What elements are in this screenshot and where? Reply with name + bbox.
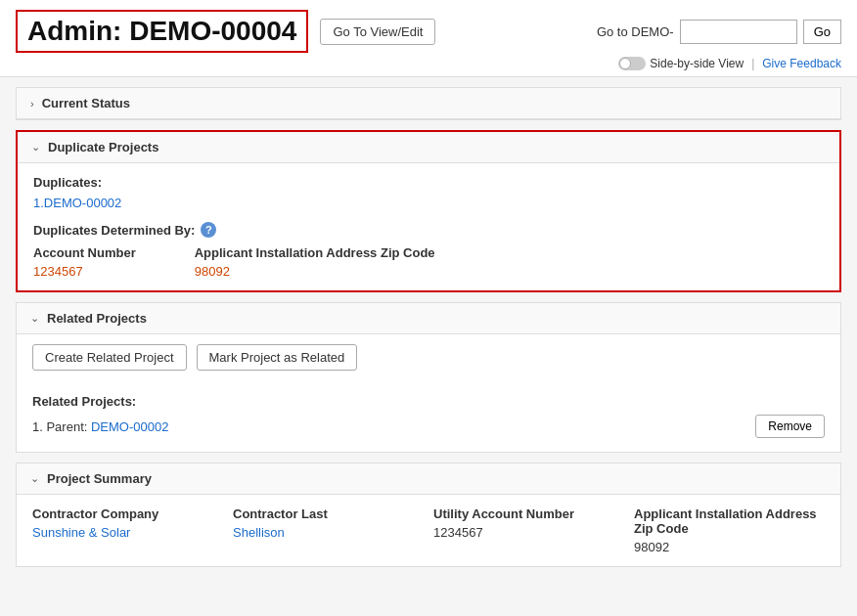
related-1-text: 1. Parent: DEMO-00002 bbox=[32, 419, 168, 434]
chevron-down-icon: ⌄ bbox=[31, 141, 40, 154]
project-summary-header[interactable]: ⌄ Project Summary bbox=[17, 463, 840, 495]
project-summary-body: Contractor Company Sunshine & Solar Cont… bbox=[17, 495, 840, 566]
contractor-last-value[interactable]: Shellison bbox=[233, 525, 424, 540]
project-summary-section: ⌄ Project Summary Contractor Company Sun… bbox=[16, 462, 841, 567]
determined-cols: Account Number 1234567 Applicant Install… bbox=[33, 245, 824, 279]
header-sub: Side-by-side View | Give Feedback bbox=[16, 57, 841, 70]
help-icon[interactable]: ? bbox=[201, 222, 216, 238]
account-number-value: 1234567 bbox=[33, 264, 136, 279]
side-by-side-label: Side-by-side View bbox=[650, 57, 744, 70]
go-to-demo-input[interactable] bbox=[680, 20, 797, 44]
go-to-demo-label: Go to DEMO- bbox=[597, 24, 674, 39]
toggle-thumb bbox=[619, 58, 631, 69]
header-top: Admin: DEMO-00004 Go To View/Edit Go to … bbox=[16, 10, 841, 53]
main-content: › Current Status ⌄ Duplicate Projects Du… bbox=[0, 77, 857, 587]
related-projects-list-label: Related Projects: bbox=[32, 394, 825, 409]
related-projects-label: Related Projects bbox=[47, 311, 147, 326]
related-projects-section: ⌄ Related Projects Create Related Projec… bbox=[16, 302, 841, 453]
create-related-project-button[interactable]: Create Related Project bbox=[32, 344, 187, 371]
summary-col-zip: Applicant Installation Address Zip Code … bbox=[634, 506, 825, 554]
summary-col-utility-account: Utility Account Number 1234567 bbox=[433, 506, 624, 554]
duplicate-projects-section: ⌄ Duplicate Projects Duplicates: 1.DEMO-… bbox=[16, 130, 841, 292]
related-1-link[interactable]: DEMO-00002 bbox=[91, 419, 168, 434]
current-status-section: › Current Status bbox=[16, 87, 841, 120]
utility-account-value: 1234567 bbox=[433, 525, 624, 540]
give-feedback-link[interactable]: Give Feedback bbox=[762, 57, 841, 70]
go-button[interactable]: Go bbox=[803, 20, 841, 44]
summary-col-contractor-last: Contractor Last Shellison bbox=[233, 506, 424, 554]
contractor-company-title: Contractor Company bbox=[32, 506, 223, 521]
det-col-zip: Applicant Installation Address Zip Code … bbox=[195, 245, 435, 279]
contractor-company-value[interactable]: Sunshine & Solar bbox=[32, 525, 223, 540]
determined-by: Duplicates Determined By: ? bbox=[33, 222, 824, 238]
account-number-title: Account Number bbox=[33, 245, 136, 260]
project-summary-label: Project Summary bbox=[47, 471, 152, 486]
toggle-track[interactable] bbox=[618, 57, 646, 70]
duplicates-label: Duplicates: bbox=[33, 175, 824, 190]
zip-code-title: Applicant Installation Address Zip Code bbox=[195, 245, 435, 260]
related-section-body: Related Projects: 1. Parent: DEMO-00002 … bbox=[17, 394, 840, 452]
chevron-icon: › bbox=[30, 98, 34, 110]
current-status-label: Current Status bbox=[42, 96, 130, 110]
separator: | bbox=[751, 57, 754, 70]
side-by-side-toggle[interactable]: Side-by-side View bbox=[618, 57, 744, 70]
related-projects-header[interactable]: ⌄ Related Projects bbox=[17, 303, 840, 334]
related-buttons: Create Related Project Mark Project as R… bbox=[17, 334, 840, 380]
mark-project-as-related-button[interactable]: Mark Project as Related bbox=[197, 344, 358, 371]
summary-zip-value: 98092 bbox=[634, 540, 825, 554]
header: Admin: DEMO-00004 Go To View/Edit Go to … bbox=[0, 0, 857, 77]
page-title: Admin: DEMO-00004 bbox=[16, 10, 308, 53]
duplicate-projects-body: Duplicates: 1.DEMO-00002 Duplicates Dete… bbox=[18, 163, 839, 290]
duplicate-projects-header[interactable]: ⌄ Duplicate Projects bbox=[18, 132, 839, 163]
det-col-account: Account Number 1234567 bbox=[33, 245, 136, 279]
remove-button[interactable]: Remove bbox=[755, 415, 825, 438]
go-to-demo-area: Go to DEMO- Go bbox=[597, 20, 841, 44]
zip-code-value: 98092 bbox=[195, 264, 435, 279]
utility-account-title: Utility Account Number bbox=[433, 506, 624, 521]
related-row: 1. Parent: DEMO-00002 Remove bbox=[32, 415, 825, 438]
duplicate-1-link[interactable]: 1.DEMO-00002 bbox=[33, 196, 121, 210]
chevron-down-icon-summary: ⌄ bbox=[30, 472, 39, 485]
summary-zip-title: Applicant Installation Address Zip Code bbox=[634, 506, 825, 536]
current-status-header[interactable]: › Current Status bbox=[17, 88, 840, 119]
related-1-prefix: 1. Parent: bbox=[32, 419, 91, 434]
summary-col-contractor-company: Contractor Company Sunshine & Solar bbox=[32, 506, 223, 554]
duplicate-projects-label: Duplicate Projects bbox=[48, 140, 158, 154]
summary-grid: Contractor Company Sunshine & Solar Cont… bbox=[32, 506, 825, 554]
contractor-last-title: Contractor Last bbox=[233, 506, 424, 521]
chevron-down-icon-related: ⌄ bbox=[30, 312, 39, 325]
go-to-view-edit-button[interactable]: Go To View/Edit bbox=[320, 19, 435, 45]
determined-by-label: Duplicates Determined By: bbox=[33, 223, 195, 238]
